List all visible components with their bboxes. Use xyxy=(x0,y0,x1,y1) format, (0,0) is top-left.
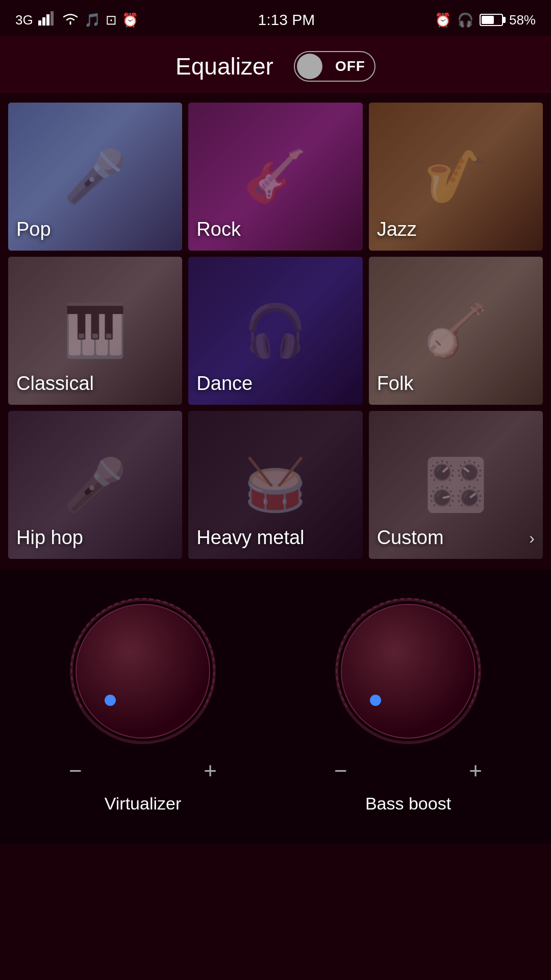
svg-rect-3 xyxy=(51,11,54,26)
battery-body xyxy=(480,14,503,26)
genre-label-hiphop: Hip hop xyxy=(8,517,182,559)
bass-boost-minus-button[interactable]: − xyxy=(329,758,353,783)
battery-fill xyxy=(482,16,494,24)
battery-percent: 58% xyxy=(509,12,536,28)
music-icon: 🎵 xyxy=(84,12,101,28)
alarm-right-icon: ⏰ xyxy=(435,12,451,28)
genre-arrow-custom: › xyxy=(529,528,535,548)
status-bar: 3G 🎵 ⊡ ⏰ 1:13 PM ⏰ 🎧 5 xyxy=(0,0,551,36)
genre-card-rock[interactable]: 🎸 Rock xyxy=(188,103,362,251)
svg-rect-1 xyxy=(42,17,45,26)
genre-label-pop: Pop xyxy=(8,209,182,251)
svg-rect-2 xyxy=(46,14,49,26)
genre-card-classical[interactable]: 🎹 Classical xyxy=(8,257,182,405)
bass-boost-circle xyxy=(341,604,475,739)
genre-card-jazz[interactable]: 🎷 Jazz xyxy=(369,103,543,251)
genre-label-folk: Folk xyxy=(369,363,543,405)
virtualizer-circle xyxy=(76,604,210,739)
bass-boost-knob-wrapper[interactable] xyxy=(332,595,485,748)
bass-boost-label: Bass boost xyxy=(365,794,451,814)
genre-label-classical: Classical xyxy=(8,363,182,405)
virtualizer-dot xyxy=(105,695,116,706)
status-time: 1:13 PM xyxy=(258,11,315,29)
virtualizer-controls: − + xyxy=(59,758,227,783)
knob-section: − + Virtualizer − + Bass boost xyxy=(0,569,551,844)
status-left: 3G 🎵 ⊡ ⏰ xyxy=(15,11,138,29)
virtualizer-plus-button[interactable]: + xyxy=(198,758,222,783)
svg-rect-0 xyxy=(38,20,41,26)
bass-boost-controls: − + xyxy=(324,758,492,783)
genre-card-hiphop[interactable]: 🎤 Hip hop xyxy=(8,411,182,559)
battery-indicator xyxy=(480,14,503,26)
wifi-icon xyxy=(62,12,79,29)
virtualizer-knob-wrapper[interactable] xyxy=(66,595,219,748)
bass-boost-dot xyxy=(370,695,381,706)
alarm-icon: ⏰ xyxy=(122,12,138,28)
genre-card-pop[interactable]: 🎤 Pop xyxy=(8,103,182,251)
status-right: ⏰ 🎧 58% xyxy=(435,12,536,28)
genre-card-dance[interactable]: 🎧 Dance xyxy=(188,257,362,405)
genre-grid: 🎤 Pop 🎸 Rock 🎷 Jazz 🎹 Classical 🎧 xyxy=(0,92,551,569)
page-title: Equalizer xyxy=(176,53,273,80)
genre-card-custom[interactable]: 🎛️ Custom› xyxy=(369,411,543,559)
virtualizer-label: Virtualizer xyxy=(105,794,182,814)
bass-boost-container: − + Bass boost xyxy=(324,595,492,814)
toggle-knob xyxy=(297,54,322,79)
toggle-label: OFF xyxy=(335,58,365,75)
genre-label-dance: Dance xyxy=(188,363,362,405)
genre-card-folk[interactable]: 🪕 Folk xyxy=(369,257,543,405)
virtualizer-minus-button[interactable]: − xyxy=(64,758,87,783)
signal-bars xyxy=(38,11,57,29)
genre-label-rock: Rock xyxy=(188,209,362,251)
genre-label-custom: Custom› xyxy=(369,517,543,559)
network-indicator: 3G xyxy=(15,12,33,28)
genre-label-heavymetal: Heavy metal xyxy=(188,517,362,559)
genre-card-heavymetal[interactable]: 🥁 Heavy metal xyxy=(188,411,362,559)
bass-boost-plus-button[interactable]: + xyxy=(464,758,487,783)
genre-label-jazz: Jazz xyxy=(369,209,543,251)
headphones-icon: 🎧 xyxy=(457,12,473,28)
header: Equalizer OFF xyxy=(0,36,551,92)
virtualizer-container: − + Virtualizer xyxy=(59,595,227,814)
screenshot-icon: ⊡ xyxy=(106,12,117,28)
equalizer-toggle[interactable]: OFF xyxy=(294,51,375,82)
